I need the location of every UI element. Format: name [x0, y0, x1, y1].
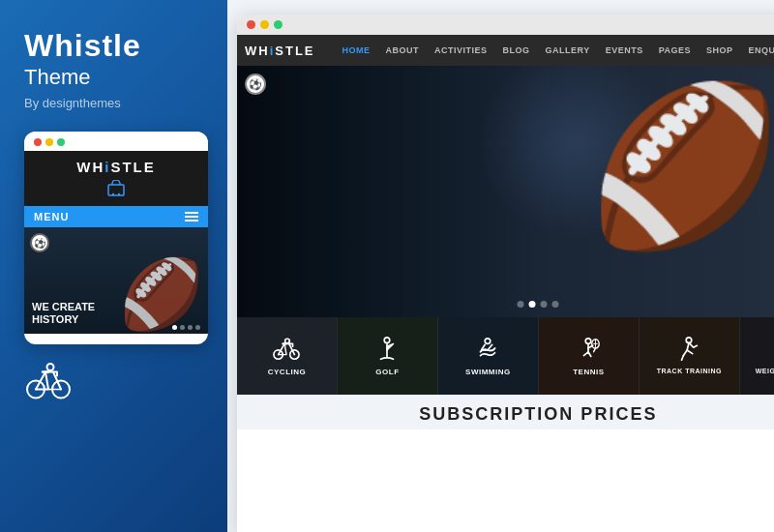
nav-item-gallery[interactable]: GALLERY	[538, 35, 598, 66]
brand-section: Whistle Theme By designthemes	[24, 29, 141, 110]
browser-logo-accent: i	[270, 44, 276, 58]
browser-dot-red	[247, 20, 255, 29]
mobile-cart-icon	[106, 180, 126, 201]
activity-weights[interactable]: WEIGHT TRAINING	[740, 317, 774, 395]
nav-item-home[interactable]: HOME	[335, 35, 378, 66]
hero-dot-3	[541, 301, 548, 308]
mobile-hero-dots	[172, 325, 200, 330]
activity-weights-overlay	[740, 317, 774, 395]
tennis-activity-icon	[575, 336, 602, 363]
cycling-activity-icon	[273, 336, 300, 363]
nav-item-enquiry[interactable]: ENQUIRY	[741, 35, 774, 66]
golf-activity-icon	[373, 336, 401, 363]
mobile-header: WHiSTLE	[24, 151, 208, 206]
activity-cycling-label: CYCLING	[268, 368, 307, 376]
activity-golf-label: GOLF	[375, 368, 399, 376]
svg-point-9	[285, 339, 290, 343]
svg-rect-0	[108, 185, 124, 195]
browser-hero: 🏈	[237, 66, 774, 317]
hamburger-line-1	[185, 212, 198, 214]
svg-point-2	[118, 193, 120, 195]
hamburger-line-3	[185, 220, 198, 222]
mobile-hero-dot-2	[180, 325, 185, 330]
activity-swimming[interactable]: SWIMMING	[438, 317, 539, 395]
browser-dot-green	[274, 20, 283, 29]
mobile-hero-dot-3	[188, 325, 193, 330]
browser-chrome	[237, 15, 774, 35]
browser-nav-bar: WHiSTLE HOME ABOUT ACTIVITIES BLOG GALLE…	[237, 35, 774, 66]
soccer-ball-icon: ⚽	[245, 74, 266, 95]
mobile-logo-accent: i	[104, 159, 110, 175]
activity-golf[interactable]: GOLF	[338, 317, 438, 395]
hero-dot-4	[552, 301, 559, 308]
activity-swimming-label: SWIMMING	[465, 368, 511, 376]
nav-item-activities[interactable]: ACTIVITIES	[427, 35, 495, 66]
hero-dot-2	[529, 301, 536, 308]
nav-item-about[interactable]: ABOUT	[378, 35, 428, 66]
swimming-activity-icon	[474, 336, 501, 363]
cycling-icon	[24, 358, 73, 401]
brand-title: Whistle	[24, 29, 141, 63]
nav-item-shop[interactable]: SHOP	[699, 35, 741, 66]
hamburger-line-2	[185, 216, 198, 218]
browser-mockup: WHiSTLE HOME ABOUT ACTIVITIES BLOG GALLE…	[237, 15, 774, 532]
brand-by: By designthemes	[24, 96, 141, 110]
nav-item-pages[interactable]: PAGES	[651, 35, 699, 66]
browser-nav-items: HOME ABOUT ACTIVITIES BLOG GALLERY EVENT…	[335, 35, 774, 66]
mobile-dots	[24, 132, 208, 151]
mobile-menu-bar[interactable]: MENU	[24, 206, 208, 227]
svg-point-11	[486, 339, 491, 344]
mobile-dot-green	[57, 138, 65, 146]
football-player: 🏈	[588, 75, 774, 257]
nav-item-events[interactable]: EVENTS	[598, 35, 651, 66]
hero-dots	[518, 301, 559, 308]
activity-tennis[interactable]: TENNIS	[539, 317, 640, 395]
right-panel: WHiSTLE HOME ABOUT ACTIVITIES BLOG GALLE…	[227, 0, 774, 532]
activity-cycling[interactable]: CYCLING	[237, 317, 338, 395]
cycling-section	[24, 358, 73, 401]
subscription-section: SUBSCRIPTION PRICES	[237, 395, 774, 429]
activity-weights-label: WEIGHT TRAINING	[756, 368, 774, 375]
svg-point-12	[586, 339, 592, 344]
hero-container: ⚽ 🏈	[237, 66, 774, 317]
activities-bar: CYCLING GOLF	[237, 317, 774, 395]
mobile-hero-dot-4	[195, 325, 200, 330]
mobile-hero-dot-1	[172, 325, 177, 330]
nav-item-blog[interactable]: BLOG	[495, 35, 538, 66]
svg-point-1	[112, 193, 114, 195]
mobile-menu-label: MENU	[34, 211, 69, 222]
activity-track-label: TRACK TRAINING	[657, 368, 722, 375]
activity-track[interactable]: TRACK TRAINING	[640, 317, 740, 395]
browser-dot-yellow	[260, 20, 269, 29]
browser-logo: WHiSTLE	[245, 44, 315, 58]
mobile-hero: ⚽ WE CREATEHISTORY 🏈	[24, 227, 208, 334]
brand-subtitle: Theme	[24, 65, 141, 90]
mobile-logo: WHiSTLE	[76, 159, 156, 175]
mobile-dot-yellow	[45, 138, 53, 146]
left-panel: Whistle Theme By designthemes WHiSTLE	[0, 0, 227, 532]
mobile-athlete-silhouette: 🏈	[119, 254, 203, 334]
track-activity-icon	[675, 336, 702, 363]
mobile-soccer-icon: ⚽	[30, 233, 49, 252]
hero-dot-1	[518, 301, 524, 308]
mobile-dot-red	[34, 138, 42, 146]
mobile-mockup: WHiSTLE MENU ⚽ WE CREATEHISTORY	[24, 132, 208, 344]
svg-point-5	[47, 364, 54, 370]
subscription-title: SUBSCRIPTION PRICES	[237, 404, 774, 425]
mobile-hero-text: WE CREATEHISTORY	[32, 301, 95, 326]
activity-tennis-label: TENNIS	[573, 368, 604, 376]
hamburger-icon[interactable]	[185, 212, 198, 222]
